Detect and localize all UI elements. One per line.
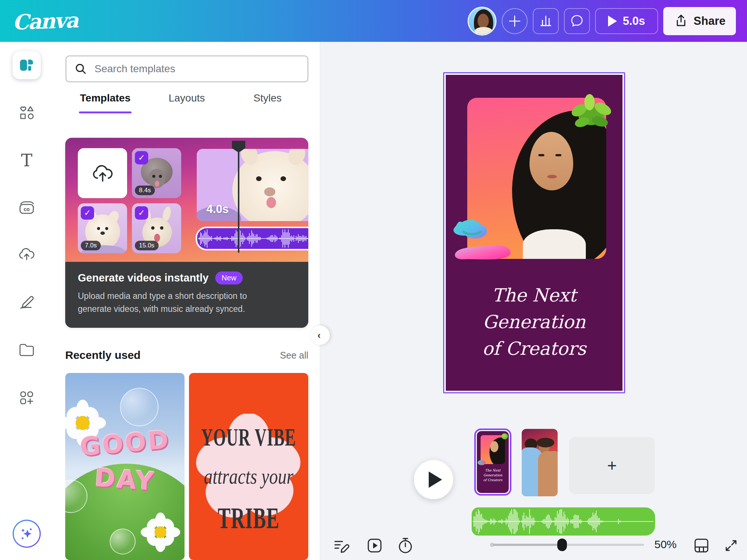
plant-element[interactable] xyxy=(565,94,617,139)
video-player-button[interactable] xyxy=(365,536,384,555)
speech-bubble-icon xyxy=(569,13,585,29)
sidebar-item-design[interactable] xyxy=(13,51,41,79)
svg-text:co: co xyxy=(24,206,30,212)
zoom-slider-handle[interactable] xyxy=(557,539,567,551)
tab-layouts[interactable]: Layouts xyxy=(169,92,205,104)
play-icon xyxy=(608,16,617,27)
zoom-slider-filled xyxy=(493,544,562,546)
promo-description-line2: generate videos, with music already sync… xyxy=(78,303,308,316)
brand-icon: co xyxy=(18,200,36,216)
elements-icon xyxy=(18,104,35,121)
design-page[interactable]: The Next Generation of Creators xyxy=(446,75,622,391)
mini-plant xyxy=(501,433,508,439)
mini-holo xyxy=(478,460,486,465)
design-title-text[interactable]: The Next Generation of Creators xyxy=(446,282,622,362)
see-all-link[interactable]: See all xyxy=(280,350,308,361)
topbar-actions: 5.0s Share xyxy=(468,7,736,36)
bubble xyxy=(120,388,159,426)
promo-upload-tile xyxy=(78,148,127,198)
clip-duration-badge: 15.0s xyxy=(135,241,159,250)
eye-shape xyxy=(555,154,561,156)
fullscreen-button[interactable] xyxy=(722,536,740,555)
audio-waveform-purple xyxy=(196,227,308,250)
avatar-face xyxy=(478,14,489,28)
page-thumbnail-1-selected[interactable]: The Next Generation of Creators xyxy=(474,429,511,496)
zoom-slider[interactable] xyxy=(493,544,644,546)
add-member-button[interactable] xyxy=(502,8,528,34)
recently-used-title: Recently used xyxy=(65,349,140,361)
checkbox-checked: ✓ xyxy=(81,206,94,220)
editor-stage: The Next Generation of Creators The Next… xyxy=(320,42,747,560)
design-icon xyxy=(13,51,41,79)
duration-label: 5.0s xyxy=(623,14,645,28)
notes-button[interactable] xyxy=(332,536,351,555)
add-page-button[interactable]: + xyxy=(569,437,655,494)
playhead-marker xyxy=(231,140,246,153)
collapse-panel-button[interactable]: ‹ xyxy=(311,326,330,345)
upload-cloud-icon xyxy=(91,163,114,184)
tab-templates[interactable]: Templates xyxy=(80,92,130,104)
share-button[interactable]: Share xyxy=(663,7,736,35)
holographic-element[interactable] xyxy=(449,213,523,264)
audio-track-green[interactable] xyxy=(472,507,655,536)
clip-duration-badge: 8.4s xyxy=(135,186,155,195)
sidebar-item-uploads[interactable] xyxy=(18,246,36,263)
sidebar-item-elements[interactable] xyxy=(18,104,35,121)
page-1-preview: The Next Generation of Creators xyxy=(477,431,509,493)
title-line-3: of Creators xyxy=(446,336,622,362)
play-duration-button[interactable]: 5.0s xyxy=(595,8,658,34)
zoom-level-label: 50% xyxy=(654,538,677,551)
stopwatch-icon xyxy=(396,536,415,555)
top-bar: Canva xyxy=(0,0,747,42)
upload-cloud-icon xyxy=(18,246,36,263)
play-icon xyxy=(429,471,442,488)
canva-logo[interactable]: Canva xyxy=(12,7,78,34)
share-label: Share xyxy=(694,14,726,28)
folder-icon xyxy=(18,342,36,358)
expand-arrows-icon xyxy=(722,536,740,555)
avatar[interactable] xyxy=(468,7,497,36)
title-line-2: Generation xyxy=(446,309,622,336)
pages-grid-icon xyxy=(692,536,711,555)
preview-duration-label: 4.0s xyxy=(206,203,229,216)
title-line-1: The Next xyxy=(446,282,622,309)
generate-videos-promo-card[interactable]: ✓ 8.4s ✓ 7.0s xyxy=(65,138,308,328)
promo-video-preview: 4.0s xyxy=(197,149,308,221)
search-input[interactable]: Search templates xyxy=(66,56,308,82)
sidebar-item-projects[interactable] xyxy=(18,342,36,358)
page-thumbnail-2[interactable] xyxy=(522,429,558,496)
template-text-your-vibe: YOUR VIBE xyxy=(189,423,308,452)
sidebar-item-text[interactable]: T xyxy=(21,152,33,169)
preview-play-button[interactable] xyxy=(414,460,453,499)
ai-sparkle-icon xyxy=(13,520,41,548)
template-your-vibe[interactable]: YOUR VIBE attracts your TRIBE xyxy=(189,373,308,560)
templates-panel: Search templates Templates Layouts Style… xyxy=(53,42,320,560)
insights-button[interactable] xyxy=(533,8,559,34)
daisy-flower xyxy=(140,512,181,553)
panel-tabs: Templates Layouts Styles xyxy=(53,89,320,115)
sidebar-item-brand[interactable]: co xyxy=(18,200,36,216)
promo-description-line1: Upload media and type a short descriptio… xyxy=(78,290,308,303)
promo-clip-poodle: ✓ 8.4s xyxy=(132,148,181,198)
sidebar-item-apps[interactable] xyxy=(18,389,35,406)
canva-editor: Canva xyxy=(0,0,747,560)
promo-media: ✓ 8.4s ✓ 7.0s xyxy=(65,138,308,262)
active-tab-underline xyxy=(79,111,132,113)
sidebar-item-ai-assistant[interactable] xyxy=(13,520,41,548)
text-icon: T xyxy=(21,152,33,169)
playhead-line xyxy=(238,149,239,253)
sidebar-item-draw[interactable] xyxy=(18,293,36,310)
tab-styles[interactable]: Styles xyxy=(253,92,282,104)
search-placeholder: Search templates xyxy=(94,63,175,75)
template-good-day[interactable]: GOOD DAY xyxy=(65,373,185,560)
timer-button[interactable] xyxy=(396,536,415,555)
comments-button[interactable] xyxy=(564,8,590,34)
grid-view-button[interactable] xyxy=(692,536,711,555)
promo-clip-white-dog: ✓ 7.0s xyxy=(78,203,127,253)
bubble xyxy=(110,529,136,554)
checkbox-checked: ✓ xyxy=(135,151,148,164)
new-badge: New xyxy=(215,271,243,284)
person-body xyxy=(538,451,558,496)
plus-icon xyxy=(508,14,522,28)
avatar-shirt xyxy=(475,27,492,36)
